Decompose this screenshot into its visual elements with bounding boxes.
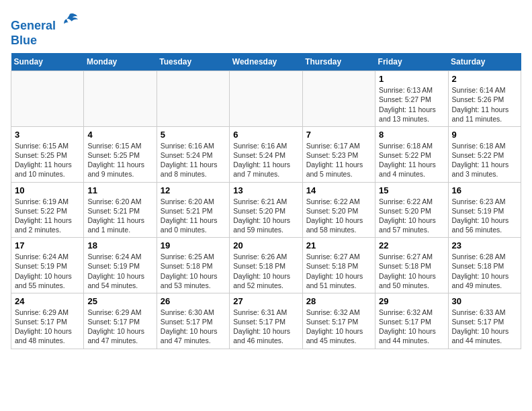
- day-number: 18: [87, 240, 152, 250]
- day-info: Sunrise: 6:22 AM Sunset: 5:20 PM Dayligh…: [379, 197, 444, 235]
- day-header-friday: Friday: [375, 53, 448, 71]
- calendar-cell: 30Sunrise: 6:33 AM Sunset: 5:17 PM Dayli…: [448, 293, 521, 349]
- calendar-cell: [11, 71, 84, 127]
- week-row-4: 17Sunrise: 6:24 AM Sunset: 5:19 PM Dayli…: [11, 238, 521, 293]
- day-info: Sunrise: 6:28 AM Sunset: 5:18 PM Dayligh…: [452, 252, 517, 290]
- calendar-cell: 21Sunrise: 6:27 AM Sunset: 5:18 PM Dayli…: [302, 238, 375, 293]
- day-number: 1: [379, 74, 444, 84]
- calendar-cell: 24Sunrise: 6:29 AM Sunset: 5:17 PM Dayli…: [11, 293, 84, 349]
- day-header-wednesday: Wednesday: [230, 53, 302, 71]
- day-info: Sunrise: 6:19 AM Sunset: 5:22 PM Dayligh…: [15, 197, 80, 235]
- calendar-cell: 27Sunrise: 6:31 AM Sunset: 5:17 PM Dayli…: [230, 293, 302, 349]
- calendar-cell: 28Sunrise: 6:32 AM Sunset: 5:17 PM Dayli…: [302, 293, 375, 349]
- day-number: 7: [306, 130, 371, 140]
- calendar-header-row: SundayMondayTuesdayWednesdayThursdayFrid…: [11, 53, 521, 71]
- day-info: Sunrise: 6:29 AM Sunset: 5:17 PM Dayligh…: [87, 308, 152, 346]
- day-number: 27: [233, 296, 298, 306]
- week-row-3: 10Sunrise: 6:19 AM Sunset: 5:22 PM Dayli…: [11, 182, 521, 238]
- day-number: 20: [233, 240, 298, 250]
- day-header-tuesday: Tuesday: [157, 53, 229, 71]
- logo-general: General: [11, 19, 56, 32]
- calendar-cell: [302, 71, 375, 127]
- calendar-cell: 29Sunrise: 6:32 AM Sunset: 5:17 PM Dayli…: [375, 293, 448, 349]
- day-number: 29: [379, 296, 444, 306]
- day-number: 6: [233, 130, 298, 140]
- page-header: General Blue: [11, 11, 521, 48]
- day-info: Sunrise: 6:31 AM Sunset: 5:17 PM Dayligh…: [233, 308, 298, 346]
- day-number: 25: [87, 296, 152, 306]
- day-number: 14: [306, 185, 371, 195]
- calendar-cell: 2Sunrise: 6:14 AM Sunset: 5:26 PM Daylig…: [448, 71, 521, 127]
- calendar-cell: 13Sunrise: 6:21 AM Sunset: 5:20 PM Dayli…: [230, 182, 302, 238]
- calendar-cell: 23Sunrise: 6:28 AM Sunset: 5:18 PM Dayli…: [448, 238, 521, 293]
- calendar-cell: 9Sunrise: 6:18 AM Sunset: 5:22 PM Daylig…: [448, 126, 521, 182]
- day-number: 28: [306, 296, 371, 306]
- day-number: 21: [306, 240, 371, 250]
- day-info: Sunrise: 6:16 AM Sunset: 5:24 PM Dayligh…: [161, 141, 226, 179]
- day-number: 17: [15, 240, 80, 250]
- day-info: Sunrise: 6:29 AM Sunset: 5:17 PM Dayligh…: [15, 308, 80, 346]
- week-row-5: 24Sunrise: 6:29 AM Sunset: 5:17 PM Dayli…: [11, 293, 521, 349]
- day-info: Sunrise: 6:26 AM Sunset: 5:18 PM Dayligh…: [233, 252, 298, 290]
- day-info: Sunrise: 6:18 AM Sunset: 5:22 PM Dayligh…: [379, 141, 444, 179]
- day-number: 23: [452, 240, 517, 250]
- day-number: 13: [233, 185, 298, 195]
- calendar-cell: [157, 71, 229, 127]
- logo: General Blue: [11, 11, 79, 48]
- day-number: 4: [87, 130, 152, 140]
- calendar-cell: 11Sunrise: 6:20 AM Sunset: 5:21 PM Dayli…: [84, 182, 157, 238]
- day-number: 30: [452, 296, 517, 306]
- calendar-body: 1Sunrise: 6:13 AM Sunset: 5:27 PM Daylig…: [11, 71, 521, 349]
- day-info: Sunrise: 6:32 AM Sunset: 5:17 PM Dayligh…: [379, 308, 444, 346]
- calendar-cell: 8Sunrise: 6:18 AM Sunset: 5:22 PM Daylig…: [375, 126, 448, 182]
- day-header-sunday: Sunday: [11, 53, 84, 71]
- calendar-cell: 5Sunrise: 6:16 AM Sunset: 5:24 PM Daylig…: [157, 126, 229, 182]
- calendar-cell: 15Sunrise: 6:22 AM Sunset: 5:20 PM Dayli…: [375, 182, 448, 238]
- day-info: Sunrise: 6:15 AM Sunset: 5:25 PM Dayligh…: [87, 141, 152, 179]
- day-header-monday: Monday: [84, 53, 157, 71]
- day-info: Sunrise: 6:13 AM Sunset: 5:27 PM Dayligh…: [379, 85, 444, 124]
- calendar-cell: 14Sunrise: 6:22 AM Sunset: 5:20 PM Dayli…: [302, 182, 375, 238]
- calendar-cell: 12Sunrise: 6:20 AM Sunset: 5:21 PM Dayli…: [157, 182, 229, 238]
- day-info: Sunrise: 6:18 AM Sunset: 5:22 PM Dayligh…: [452, 141, 517, 179]
- logo-text: General: [11, 11, 79, 34]
- calendar-cell: 16Sunrise: 6:23 AM Sunset: 5:19 PM Dayli…: [448, 182, 521, 238]
- day-info: Sunrise: 6:27 AM Sunset: 5:18 PM Dayligh…: [306, 252, 371, 290]
- day-number: 26: [161, 296, 226, 306]
- day-number: 24: [15, 296, 80, 306]
- day-info: Sunrise: 6:32 AM Sunset: 5:17 PM Dayligh…: [306, 308, 371, 346]
- calendar-cell: 26Sunrise: 6:30 AM Sunset: 5:17 PM Dayli…: [157, 293, 229, 349]
- day-number: 22: [379, 240, 444, 250]
- logo-bird-icon: [60, 11, 79, 30]
- logo-blue: Blue: [11, 34, 79, 48]
- calendar-cell: 22Sunrise: 6:27 AM Sunset: 5:18 PM Dayli…: [375, 238, 448, 293]
- day-header-saturday: Saturday: [448, 53, 521, 71]
- day-number: 2: [452, 74, 517, 84]
- calendar-cell: [230, 71, 302, 127]
- day-number: 12: [161, 185, 226, 195]
- calendar-cell: 1Sunrise: 6:13 AM Sunset: 5:27 PM Daylig…: [375, 71, 448, 127]
- day-info: Sunrise: 6:23 AM Sunset: 5:19 PM Dayligh…: [452, 197, 517, 235]
- calendar-cell: [84, 71, 157, 127]
- day-number: 8: [379, 130, 444, 140]
- calendar-cell: 17Sunrise: 6:24 AM Sunset: 5:19 PM Dayli…: [11, 238, 84, 293]
- day-number: 5: [161, 130, 226, 140]
- day-info: Sunrise: 6:24 AM Sunset: 5:19 PM Dayligh…: [87, 252, 152, 290]
- day-info: Sunrise: 6:21 AM Sunset: 5:20 PM Dayligh…: [233, 197, 298, 235]
- calendar-cell: 10Sunrise: 6:19 AM Sunset: 5:22 PM Dayli…: [11, 182, 84, 238]
- calendar-cell: 18Sunrise: 6:24 AM Sunset: 5:19 PM Dayli…: [84, 238, 157, 293]
- day-info: Sunrise: 6:15 AM Sunset: 5:25 PM Dayligh…: [15, 141, 80, 179]
- week-row-1: 1Sunrise: 6:13 AM Sunset: 5:27 PM Daylig…: [11, 71, 521, 127]
- day-info: Sunrise: 6:14 AM Sunset: 5:26 PM Dayligh…: [452, 85, 517, 124]
- calendar-cell: 19Sunrise: 6:25 AM Sunset: 5:18 PM Dayli…: [157, 238, 229, 293]
- day-number: 16: [452, 185, 517, 195]
- calendar-cell: 3Sunrise: 6:15 AM Sunset: 5:25 PM Daylig…: [11, 126, 84, 182]
- day-number: 3: [15, 130, 80, 140]
- calendar-cell: 6Sunrise: 6:16 AM Sunset: 5:24 PM Daylig…: [230, 126, 302, 182]
- day-info: Sunrise: 6:25 AM Sunset: 5:18 PM Dayligh…: [161, 252, 226, 290]
- calendar-cell: 20Sunrise: 6:26 AM Sunset: 5:18 PM Dayli…: [230, 238, 302, 293]
- calendar-cell: 4Sunrise: 6:15 AM Sunset: 5:25 PM Daylig…: [84, 126, 157, 182]
- day-info: Sunrise: 6:30 AM Sunset: 5:17 PM Dayligh…: [161, 308, 226, 346]
- day-info: Sunrise: 6:16 AM Sunset: 5:24 PM Dayligh…: [233, 141, 298, 179]
- day-number: 10: [15, 185, 80, 195]
